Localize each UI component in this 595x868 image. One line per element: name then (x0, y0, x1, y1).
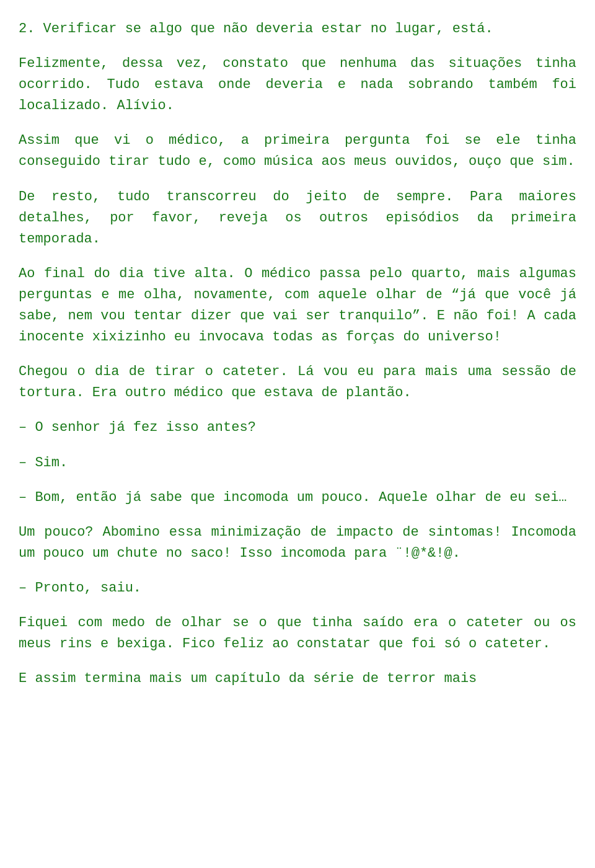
paragraph-9: E assim termina mais um capítulo da séri… (19, 668, 576, 689)
main-content: 2. Verificar se algo que não deveria est… (19, 19, 576, 689)
dialogue-block-4: – Pronto, saiu. (19, 578, 576, 599)
dialogue-block-2: – Sim. (19, 453, 576, 474)
dialogue-line-4: – Pronto, saiu. (19, 578, 576, 599)
paragraph-5: Ao final do dia tive alta. O médico pass… (19, 264, 576, 348)
dialogue-block-1: – O senhor já fez isso antes? (19, 417, 576, 438)
paragraph-2: Felizmente, dessa vez, constato que nenh… (19, 53, 576, 117)
paragraph-8: Fiquei com medo de olhar se o que tinha … (19, 613, 576, 655)
paragraph-6: Chegou o dia de tirar o cateter. Lá vou … (19, 361, 576, 404)
paragraph-1: 2. Verificar se algo que não deveria est… (19, 19, 576, 40)
dialogue-line-2: – Sim. (19, 453, 576, 474)
dialogue-line-1: – O senhor já fez isso antes? (19, 417, 576, 438)
paragraph-3: Assim que vi o médico, a primeira pergun… (19, 130, 576, 172)
paragraph-7: Um pouco? Abomino essa minimização de im… (19, 522, 576, 564)
dialogue-block-3: – Bom, então já sabe que incomoda um pou… (19, 487, 576, 508)
dialogue-line-3: – Bom, então já sabe que incomoda um pou… (19, 487, 576, 508)
paragraph-4: De resto, tudo transcorreu do jeito de s… (19, 187, 576, 250)
